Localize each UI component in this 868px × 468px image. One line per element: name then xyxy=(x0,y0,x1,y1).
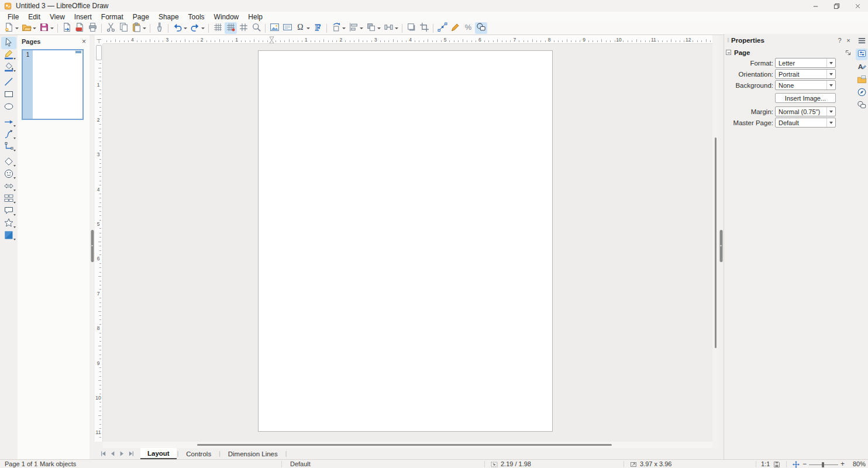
menu-window[interactable]: Window xyxy=(209,12,244,22)
lines-and-arrows-dropdown-arrow-icon[interactable] xyxy=(13,125,16,127)
layer-tab-dimension-lines[interactable]: Dimension Lines xyxy=(221,448,285,459)
undo-dropdown-arrow-icon[interactable] xyxy=(184,27,187,29)
clone-formatting-button[interactable] xyxy=(153,22,166,34)
undo-button[interactable] xyxy=(171,22,188,34)
basic-shapes-dropdown-arrow-icon[interactable] xyxy=(13,165,16,167)
3d-objects-dropdown-arrow-icon[interactable] xyxy=(13,239,16,240)
properties-close-icon[interactable]: × xyxy=(844,37,853,44)
open-dropdown-arrow-icon[interactable] xyxy=(33,27,36,29)
zoom-slider-thumb[interactable] xyxy=(822,462,824,467)
document-page[interactable] xyxy=(258,50,553,432)
scale-ratio[interactable]: 1:1 xyxy=(761,460,770,467)
insert-line-tool-button[interactable] xyxy=(1,77,16,89)
close-button-icon[interactable] xyxy=(847,0,868,12)
next-page-button[interactable] xyxy=(117,449,126,459)
copy-button[interactable] xyxy=(118,22,130,34)
export-pdf-button[interactable] xyxy=(74,22,86,34)
menu-format[interactable]: Format xyxy=(97,12,128,22)
save-dropdown-arrow-icon[interactable] xyxy=(50,27,54,29)
redo-dropdown-arrow-icon[interactable] xyxy=(201,27,205,29)
callout-shapes-tool-button[interactable] xyxy=(1,205,16,218)
page-section-header[interactable]: Page xyxy=(724,47,855,58)
master-page-chevron-down-icon[interactable] xyxy=(826,118,835,127)
zoom-level[interactable]: 80% xyxy=(849,460,866,467)
gluepoints-button[interactable] xyxy=(449,22,461,34)
insert-image-button[interactable]: Insert Image... xyxy=(775,93,836,103)
lines-and-arrows-tool-button[interactable] xyxy=(1,116,16,129)
edit-points-button[interactable] xyxy=(436,22,449,34)
tab-styles[interactable]: A xyxy=(856,61,867,73)
orientation-chevron-down-icon[interactable] xyxy=(826,70,835,78)
minimize-button-icon[interactable] xyxy=(805,0,826,12)
paste-dropdown-arrow-icon[interactable] xyxy=(143,27,146,29)
basic-shapes-tool-button[interactable] xyxy=(1,156,16,168)
tab-properties[interactable] xyxy=(856,49,867,60)
tab-navigator[interactable] xyxy=(856,87,867,99)
print-button[interactable] xyxy=(87,22,99,34)
align-objects-button[interactable] xyxy=(347,22,364,34)
menu-edit[interactable]: Edit xyxy=(23,12,45,22)
sidebar-settings-menu[interactable] xyxy=(856,36,867,47)
redo-button[interactable] xyxy=(189,22,206,34)
master-page-dropdown[interactable]: Default xyxy=(775,118,836,128)
restore-button-icon[interactable] xyxy=(826,0,847,12)
vertical-scrollbar[interactable] xyxy=(712,35,718,448)
flowchart-shapes-dropdown-arrow-icon[interactable] xyxy=(13,202,16,204)
3d-objects-tool-button[interactable] xyxy=(1,230,16,242)
fill-color-dropdown-arrow-icon[interactable] xyxy=(13,70,16,72)
collapse-section-icon[interactable] xyxy=(726,50,731,55)
align-objects-dropdown-arrow-icon[interactable] xyxy=(360,27,363,29)
menu-help[interactable]: Help xyxy=(243,12,267,22)
new-document-dropdown-arrow-icon[interactable] xyxy=(15,27,19,29)
tab-shapes[interactable] xyxy=(856,100,867,112)
rectangle-tool-button[interactable] xyxy=(1,89,16,101)
zoom-out-button[interactable]: − xyxy=(802,460,807,468)
insert-text-box-button[interactable] xyxy=(281,22,294,34)
connectors-tool-button[interactable] xyxy=(1,141,16,153)
left-panel-splitter[interactable] xyxy=(89,35,95,459)
background-dropdown[interactable]: None xyxy=(775,80,836,90)
crop-image-button[interactable] xyxy=(418,22,430,34)
insert-image-button[interactable] xyxy=(268,22,281,34)
transformations-dropdown-arrow-icon[interactable] xyxy=(342,27,346,29)
tab-gallery[interactable] xyxy=(856,74,867,86)
fill-color-tool-button[interactable] xyxy=(1,61,16,74)
layer-tab-controls[interactable]: Controls xyxy=(179,448,218,459)
toggle-extrusion-button[interactable]: % xyxy=(462,22,474,34)
margin-chevron-down-icon[interactable] xyxy=(826,107,835,116)
paste-button[interactable] xyxy=(130,22,147,34)
fit-page-icon[interactable] xyxy=(793,461,800,468)
previous-page-button[interactable] xyxy=(108,449,117,459)
background-chevron-down-icon[interactable] xyxy=(826,81,835,90)
arrange-button[interactable] xyxy=(365,22,382,34)
insert-special-characters-button[interactable]: Ω xyxy=(294,22,311,34)
menu-insert[interactable]: Insert xyxy=(70,12,97,22)
insert-special-characters-dropdown-arrow-icon[interactable] xyxy=(306,27,310,29)
select-tool-button[interactable] xyxy=(1,37,16,49)
margin-dropdown[interactable]: Normal (0.75") xyxy=(775,106,836,116)
more-options-icon[interactable] xyxy=(845,49,852,56)
distribute-selection-button[interactable] xyxy=(383,22,399,34)
format-chevron-down-icon[interactable] xyxy=(826,58,835,67)
drawing-canvas[interactable] xyxy=(103,44,712,442)
right-splitter-grip[interactable] xyxy=(719,230,722,262)
symbol-shapes-tool-button[interactable] xyxy=(1,168,16,181)
line-color-tool-button[interactable] xyxy=(1,49,16,61)
menu-view[interactable]: View xyxy=(45,12,70,22)
shadow-button[interactable] xyxy=(405,22,418,34)
zoom-pan-button[interactable] xyxy=(250,22,263,34)
new-document-button[interactable] xyxy=(3,22,20,34)
display-grid-button[interactable] xyxy=(212,22,224,34)
connectors-dropdown-arrow-icon[interactable] xyxy=(13,150,16,152)
distribute-selection-dropdown-arrow-icon[interactable] xyxy=(395,27,398,29)
left-splitter-grip[interactable] xyxy=(91,230,94,262)
arrange-dropdown-arrow-icon[interactable] xyxy=(377,27,381,29)
stars-and-banners-dropdown-arrow-icon[interactable] xyxy=(13,226,16,228)
properties-help-icon[interactable]: ? xyxy=(835,37,844,44)
helplines-while-moving-button[interactable] xyxy=(237,22,250,34)
callout-shapes-dropdown-arrow-icon[interactable] xyxy=(13,214,16,216)
symbol-shapes-dropdown-arrow-icon[interactable] xyxy=(13,177,16,179)
block-arrows-dropdown-arrow-icon[interactable] xyxy=(13,190,16,191)
export-button[interactable] xyxy=(61,22,73,34)
curves-and-polygons-tool-button[interactable] xyxy=(1,129,16,141)
